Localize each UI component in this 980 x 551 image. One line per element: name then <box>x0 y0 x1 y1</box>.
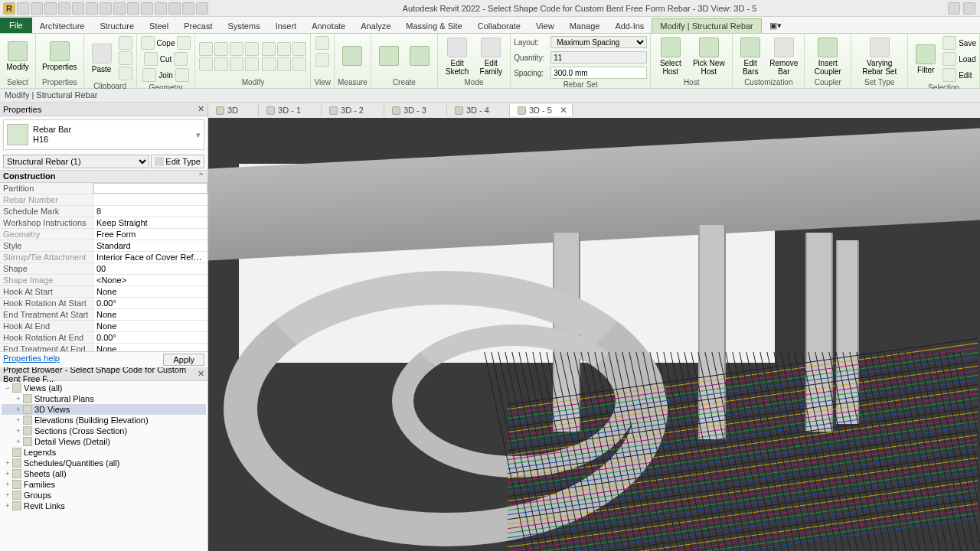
delete-icon[interactable] <box>277 57 291 71</box>
view-tab[interactable]: 3D <box>208 104 259 116</box>
measure-button[interactable] <box>338 44 367 69</box>
create-similar-button[interactable] <box>405 44 434 69</box>
tab-steel[interactable]: Steel <box>142 19 176 33</box>
cut-opt-icon[interactable] <box>174 52 188 66</box>
prop-row[interactable]: End Treatment At EndNone <box>0 344 207 351</box>
tree-item[interactable]: −Views (all) <box>2 383 206 393</box>
tab-systems[interactable]: Systems <box>220 19 267 33</box>
cut-clipboard-icon[interactable] <box>119 36 132 50</box>
tree-item[interactable]: +Detail Views (Detail) <box>2 436 206 447</box>
expand-icon[interactable]: + <box>14 416 23 424</box>
prop-value[interactable]: Keep Straight <box>93 217 207 228</box>
expand-icon[interactable]: + <box>3 459 12 467</box>
prop-row[interactable]: GeometryFree Form <box>0 229 207 240</box>
browser-close-icon[interactable]: ✕ <box>198 369 204 379</box>
user-icon[interactable] <box>963 2 975 15</box>
prop-category-construction[interactable]: Construction⌃ <box>0 171 207 183</box>
view-hide-icon[interactable] <box>315 36 329 50</box>
remove-bar-button[interactable]: Remove Bar <box>766 36 801 77</box>
prop-row[interactable]: Hook Rotation At Start0.00° <box>0 298 207 309</box>
spacing-input[interactable] <box>550 67 647 79</box>
layout-select[interactable]: Maximum Spacing <box>550 36 647 48</box>
expand-icon[interactable]: + <box>14 395 23 403</box>
tree-item[interactable]: +Families <box>2 479 206 490</box>
save-sel-icon[interactable] <box>942 36 956 50</box>
prop-row[interactable]: Schedule Mark8 <box>0 206 207 217</box>
tab-insert[interactable]: Insert <box>268 19 305 33</box>
edit-sel-icon[interactable] <box>942 68 956 82</box>
tab-view[interactable]: View <box>528 19 562 33</box>
qat-thin-lines-icon[interactable] <box>168 2 181 15</box>
prop-row[interactable]: Hook Rotation At End0.00° <box>0 332 207 344</box>
qat-close-hidden-icon[interactable] <box>182 2 194 15</box>
prop-row[interactable]: Shape Image<None> <box>0 275 207 286</box>
array-icon[interactable] <box>262 42 276 56</box>
view-tab[interactable]: 3D - 2 <box>322 104 384 116</box>
qat-redo-icon[interactable] <box>72 2 84 15</box>
prop-row[interactable]: Stirrup/Tie AttachmentInterior Face of C… <box>0 252 207 263</box>
rotate-icon[interactable] <box>230 42 243 56</box>
match-type-icon[interactable] <box>119 67 132 80</box>
properties-filter-select[interactable]: Structural Rebar (1) <box>3 155 149 168</box>
join-opt-icon[interactable] <box>175 68 189 82</box>
app-icon[interactable]: R <box>3 2 15 15</box>
prop-value[interactable]: 0.00° <box>93 332 207 343</box>
prop-row[interactable]: StyleStandard <box>0 240 207 252</box>
qat-text-icon[interactable] <box>127 2 139 15</box>
tree-item[interactable]: +Sheets (all) <box>2 468 206 479</box>
prop-value[interactable]: Interior Face of Cover Refer... <box>93 252 207 262</box>
apply-button[interactable]: Apply <box>163 354 204 366</box>
tab-modify-structural-rebar[interactable]: Modify | Structural Rebar <box>652 18 761 33</box>
view-tab[interactable]: 3D - 1 <box>259 104 322 116</box>
expand-icon[interactable]: + <box>3 491 12 499</box>
cut-geom-icon[interactable] <box>144 52 158 66</box>
qat-dimension-icon[interactable] <box>113 2 126 15</box>
tab-collaborate[interactable]: Collaborate <box>470 19 528 33</box>
tree-item[interactable]: +3D Views <box>2 404 206 415</box>
offset-icon[interactable] <box>214 57 228 71</box>
qat-measure-icon[interactable] <box>100 2 112 15</box>
qat-section-icon[interactable] <box>155 2 167 15</box>
load-sel-icon[interactable] <box>942 52 956 66</box>
prop-value[interactable]: 8 <box>93 206 207 217</box>
filter-button[interactable]: Filter <box>911 43 940 76</box>
qat-sync-icon[interactable] <box>44 2 57 15</box>
view-override-icon[interactable] <box>315 53 329 67</box>
expand-icon[interactable]: + <box>14 427 23 435</box>
info-center-icon[interactable] <box>948 2 960 15</box>
varying-rebar-set-button[interactable]: Varying Rebar Set <box>854 36 904 77</box>
tab-file[interactable]: File <box>0 18 32 33</box>
prop-value[interactable]: Standard <box>93 240 207 251</box>
expand-icon[interactable]: − <box>3 384 12 392</box>
view-tab[interactable]: 3D - 3 <box>384 104 447 116</box>
tab-manage[interactable]: Manage <box>562 19 608 33</box>
prop-value[interactable]: <None> <box>93 275 207 285</box>
quantity-input[interactable] <box>550 51 647 64</box>
properties-button[interactable]: Properties <box>39 40 80 73</box>
qat-3d-icon[interactable] <box>141 2 153 15</box>
edit-type-button[interactable]: Edit Type <box>151 155 204 168</box>
expand-icon[interactable]: + <box>3 481 12 488</box>
tree-item[interactable]: Legends <box>2 447 206 458</box>
tree-item[interactable]: +Schedules/Quantities (all) <box>2 458 206 468</box>
expand-icon[interactable]: + <box>3 502 12 510</box>
qat-print-icon[interactable] <box>86 2 98 15</box>
pick-new-host-button[interactable]: Pick New Host <box>688 36 729 77</box>
prop-value[interactable]: None <box>93 344 207 351</box>
prop-value[interactable]: Free Form <box>93 229 207 240</box>
expand-icon[interactable]: + <box>14 406 23 413</box>
trim-icon[interactable] <box>245 42 259 56</box>
close-tab-icon[interactable]: ✕ <box>560 105 567 116</box>
move-icon[interactable] <box>199 42 213 56</box>
tab-structure[interactable]: Structure <box>92 19 142 33</box>
expand-icon[interactable]: + <box>3 470 12 478</box>
prop-value[interactable]: None <box>93 321 207 331</box>
properties-help-link[interactable]: Properties help <box>3 354 60 366</box>
tree-item[interactable]: +Sections (Cross Section) <box>2 425 206 436</box>
create-button[interactable] <box>374 44 403 69</box>
qat-open-icon[interactable] <box>17 2 29 15</box>
tree-item[interactable]: +Groups <box>2 490 206 500</box>
mirror-icon[interactable] <box>199 57 213 71</box>
edit-bars-button[interactable]: Edit Bars <box>736 36 765 77</box>
tab-massing-site[interactable]: Massing & Site <box>398 19 469 33</box>
